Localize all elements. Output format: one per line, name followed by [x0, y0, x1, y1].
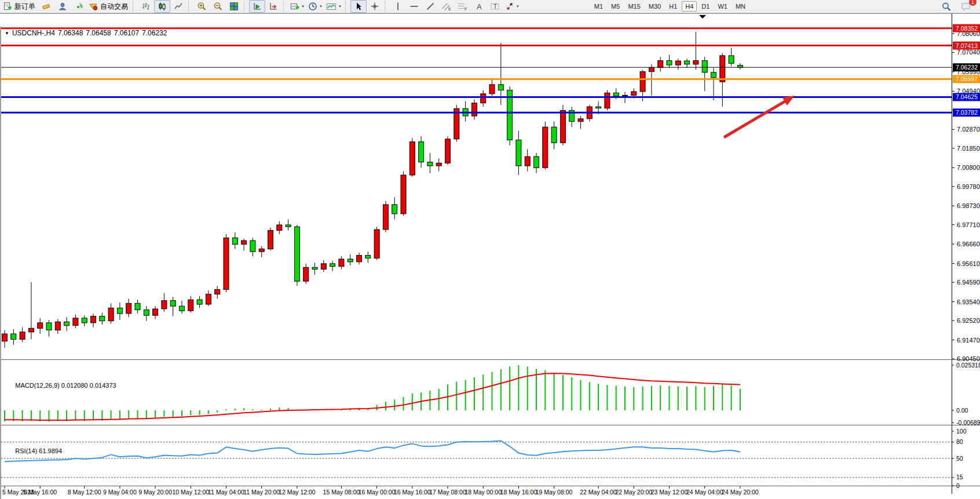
candle-body [277, 225, 282, 231]
auto-trading-button[interactable]: 自动交易 [87, 0, 131, 13]
window-left-edge [0, 27, 1, 499]
timeframe-button-m1[interactable]: M1 [591, 1, 606, 12]
price-tick-label: 6.94590 [957, 279, 980, 286]
text-tool-button[interactable]: A [471, 0, 487, 13]
time-tick-label[interactable]: 12 May 12:00 [279, 489, 316, 496]
new-chart-button[interactable]: ▼ [288, 0, 306, 13]
timeframe-button-h4[interactable]: H4 [682, 1, 697, 12]
zoom-in-button[interactable] [193, 0, 210, 13]
candle-body [55, 322, 60, 330]
timeframe-button-w1[interactable]: W1 [714, 1, 731, 12]
time-tick-label[interactable]: 24 May 20:00 [722, 489, 759, 496]
candle-body [180, 306, 185, 311]
time-tick-label[interactable]: 18 May 00:00 [465, 489, 502, 496]
signals-button[interactable] [71, 0, 87, 13]
equidistant-channel-tool-button[interactable]: E [438, 0, 455, 13]
candle-body [82, 318, 87, 323]
price-badge-label: 7.03782 [956, 109, 978, 116]
candlestick-chart-button[interactable] [154, 0, 170, 13]
crosshair-button[interactable] [367, 0, 383, 13]
time-tick-label[interactable]: 8 May 12:00 [68, 489, 101, 496]
chart-title-collapse-icon[interactable]: ▼ [5, 31, 9, 36]
candle-body [268, 231, 273, 249]
templates-button[interactable]: ▼ [324, 0, 343, 13]
time-tick-label[interactable]: 5 May 16:00 [23, 489, 57, 496]
chart-shift-button[interactable] [265, 0, 281, 13]
rsi-axis-label: 50 [956, 455, 963, 462]
search-button[interactable] [938, 0, 955, 13]
dropdown-caret-icon: ▼ [516, 5, 520, 8]
tile-windows-button[interactable] [226, 0, 242, 13]
timeframe-button-d1[interactable]: D1 [698, 1, 713, 12]
candle-body [144, 310, 149, 316]
text-label-tool-button[interactable]: T [487, 0, 503, 13]
arrows-tool-button[interactable]: ▼ [503, 0, 521, 13]
new-order-button[interactable]: 新订单 [1, 0, 38, 13]
auto-scroll-button[interactable] [249, 0, 265, 13]
bar-chart-button[interactable] [138, 0, 154, 13]
time-tick-label[interactable]: 15 May 08:00 [323, 489, 360, 496]
time-tick-label[interactable]: 22 May 20:00 [615, 489, 652, 496]
symbol-period: USDCNH-,H4 [12, 29, 55, 37]
time-tick-label[interactable]: 9 May 20:00 [138, 489, 172, 496]
price-tick-label: 7.07040 [957, 49, 980, 56]
chart-canvas[interactable]: 7.080607.070407.059907.049407.028707.018… [0, 13, 980, 499]
time-tick-label[interactable]: 17 May 08:00 [429, 489, 466, 496]
chat-notification-badge: 1 [969, 0, 977, 6]
timeframe-button-mn[interactable]: MN [732, 1, 749, 12]
candle-body [409, 142, 415, 175]
chart-window: 7.080607.070407.059907.049407.028707.018… [0, 13, 980, 499]
chat-button[interactable]: 1 [958, 0, 974, 13]
macd-axis-label: 0.025318 [956, 362, 980, 369]
time-tick-label[interactable]: 11 May 04:00 [208, 489, 244, 496]
horizontal-line-tool-button[interactable] [406, 0, 422, 13]
price-tick-label: 7.02870 [957, 126, 980, 133]
community-person-icon [58, 2, 67, 11]
time-tick-label[interactable]: 9 May 04:00 [103, 489, 137, 496]
candle-body [365, 256, 371, 258]
candle-body [38, 323, 43, 329]
time-tick-label[interactable]: 19 May 08:00 [536, 489, 573, 496]
zoom-in-icon [197, 2, 207, 11]
candle-body [551, 127, 557, 143]
timeframe-button-m5[interactable]: M5 [608, 1, 623, 12]
candle-body [489, 85, 495, 94]
time-tick-label[interactable]: 23 May 12:00 [651, 489, 688, 496]
time-tick-label[interactable]: 24 May 04:00 [686, 489, 723, 496]
new-order-icon [3, 2, 12, 11]
timeframe-button-h1[interactable]: H1 [665, 1, 681, 12]
candle-body [20, 332, 25, 340]
trendline-tool-button[interactable] [422, 0, 438, 13]
zoom-out-button[interactable] [210, 0, 226, 13]
time-tick-label[interactable]: 22 May 04:00 [580, 489, 617, 496]
price-badge-label: 7.04625 [956, 93, 978, 100]
line-chart-button[interactable] [170, 0, 187, 13]
styler-button[interactable] [38, 0, 54, 13]
price-tick-label: 6.93540 [957, 298, 980, 305]
candle-body [613, 93, 619, 96]
candle-body [658, 61, 663, 68]
candle-body [623, 95, 628, 96]
time-tick-label[interactable]: 11 May 20:00 [243, 489, 280, 496]
time-tick-label[interactable]: 10 May 12:00 [172, 489, 209, 496]
time-tick-label[interactable]: 16 May 00:00 [359, 489, 396, 496]
community-button[interactable] [54, 0, 71, 13]
time-tick-label[interactable]: 18 May 16:00 [500, 489, 537, 496]
cursor-button[interactable] [350, 0, 367, 13]
price-tick-label: 6.97710 [957, 221, 980, 228]
candle-body [649, 68, 654, 72]
rsi-indicator-label: RSI(14) 61.9894 [5, 440, 62, 461]
toolbar-separator [133, 1, 136, 12]
periods-button[interactable]: ▼ [306, 0, 324, 13]
candle-body [153, 309, 158, 315]
candle-body [640, 72, 645, 92]
timeframe-button-m15[interactable]: M15 [624, 1, 643, 12]
new-chart-icon [290, 2, 299, 11]
fibonacci-tool-button[interactable]: F [455, 0, 471, 13]
timeframe-button-m30[interactable]: M30 [645, 1, 664, 12]
candle-body [206, 294, 211, 305]
time-tick-label[interactable]: 16 May 16:00 [394, 489, 431, 496]
vertical-line-tool-button[interactable] [390, 0, 406, 13]
mt4-terminal: 新订单 自动交易 [0, 0, 980, 499]
candle-body [170, 301, 175, 307]
